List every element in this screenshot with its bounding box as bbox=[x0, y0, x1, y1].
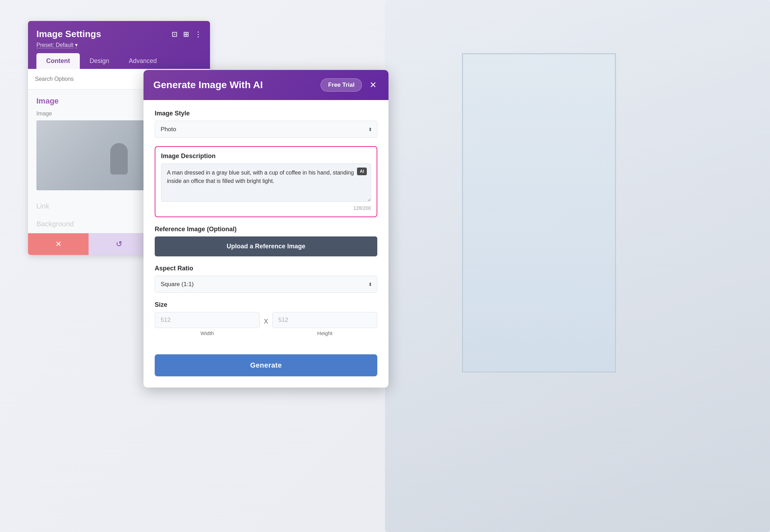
settings-title-row: Image Settings ⊡ ⊞ ⋮ bbox=[36, 29, 202, 40]
size-row: Width X Height bbox=[155, 312, 377, 336]
image-style-label: Image Style bbox=[155, 110, 377, 117]
size-group: Size Width X Height bbox=[155, 301, 377, 336]
reference-image-label: Reference Image (Optional) bbox=[155, 226, 377, 233]
tab-design[interactable]: Design bbox=[80, 53, 119, 69]
settings-header: Image Settings ⊡ ⊞ ⋮ Preset: Default ▾ C… bbox=[28, 21, 210, 69]
columns-icon[interactable]: ⊞ bbox=[183, 30, 189, 38]
close-button[interactable]: ✕ bbox=[368, 79, 379, 91]
ai-modal: Generate Image With AI Free Trial ✕ Imag… bbox=[144, 70, 388, 388]
reference-image-group: Reference Image (Optional) Upload a Refe… bbox=[155, 226, 377, 256]
ai-modal-body: Image Style Photo Illustration Painting … bbox=[144, 100, 388, 354]
size-separator: X bbox=[264, 318, 268, 325]
more-icon[interactable]: ⋮ bbox=[195, 30, 202, 38]
bg-room-decoration bbox=[385, 0, 770, 532]
tab-advanced[interactable]: Advanced bbox=[119, 53, 167, 69]
settings-title-text: Image Settings bbox=[36, 29, 101, 40]
width-group: Width bbox=[155, 312, 260, 336]
image-description-label: Image Description bbox=[161, 152, 371, 160]
aspect-ratio-select-wrapper: Square (1:1) Landscape (16:9) Portrait (… bbox=[155, 276, 377, 293]
char-count: 128/200 bbox=[161, 205, 371, 211]
settings-title-icons: ⊡ ⊞ ⋮ bbox=[172, 30, 202, 38]
ai-modal-header: Generate Image With AI Free Trial ✕ bbox=[144, 70, 388, 100]
tab-content[interactable]: Content bbox=[36, 53, 80, 69]
preset-label[interactable]: Preset: Default ▾ bbox=[36, 42, 202, 48]
fullscreen-icon[interactable]: ⊡ bbox=[172, 30, 177, 38]
bg-window bbox=[462, 53, 616, 373]
height-label: Height bbox=[272, 330, 377, 336]
height-input[interactable] bbox=[272, 312, 377, 328]
background-image-area bbox=[385, 0, 770, 532]
image-description-group: Image Description AI 128/200 bbox=[155, 146, 377, 217]
description-textarea-wrapper: AI bbox=[161, 163, 371, 203]
image-style-select[interactable]: Photo Illustration Painting 3D Render Sk… bbox=[155, 121, 377, 138]
ai-modal-header-right: Free Trial ✕ bbox=[321, 78, 379, 92]
aspect-ratio-label: Aspect Ratio bbox=[155, 265, 377, 272]
settings-tabs: Content Design Advanced bbox=[36, 53, 202, 69]
image-style-group: Image Style Photo Illustration Painting … bbox=[155, 110, 377, 138]
image-description-textarea[interactable] bbox=[161, 163, 371, 202]
figure-shape bbox=[110, 143, 128, 175]
ai-modal-title: Generate Image With AI bbox=[153, 79, 263, 91]
width-label: Width bbox=[155, 330, 260, 336]
free-trial-badge[interactable]: Free Trial bbox=[321, 78, 362, 92]
generate-button[interactable]: Generate bbox=[155, 354, 377, 376]
ai-enhance-button[interactable]: AI bbox=[357, 168, 367, 175]
undo-button[interactable]: ↺ bbox=[89, 233, 149, 255]
upload-reference-button[interactable]: Upload a Reference Image bbox=[155, 236, 377, 256]
image-style-select-wrapper: Photo Illustration Painting 3D Render Sk… bbox=[155, 121, 377, 138]
aspect-ratio-select[interactable]: Square (1:1) Landscape (16:9) Portrait (… bbox=[155, 276, 377, 293]
cancel-button[interactable]: ✕ bbox=[28, 233, 89, 255]
aspect-ratio-group: Aspect Ratio Square (1:1) Landscape (16:… bbox=[155, 265, 377, 293]
width-input[interactable] bbox=[155, 312, 260, 328]
size-label: Size bbox=[155, 301, 377, 308]
height-group: Height bbox=[272, 312, 377, 336]
ai-modal-footer: Generate bbox=[144, 354, 388, 388]
